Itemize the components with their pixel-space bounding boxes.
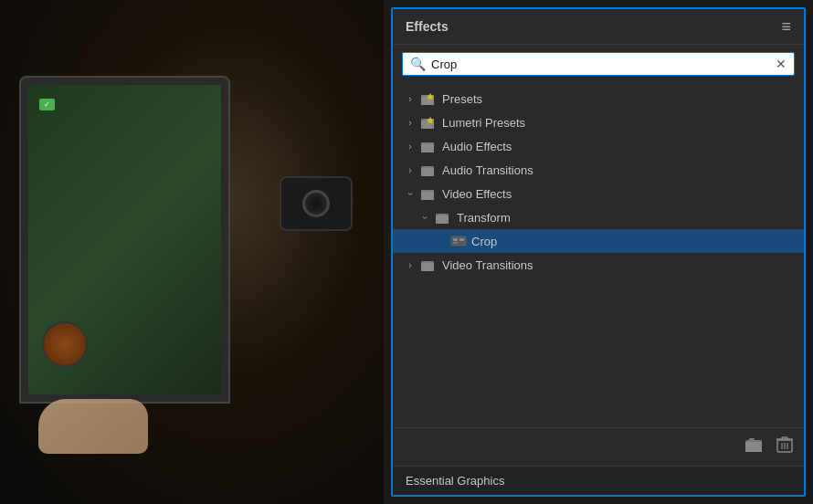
svg-rect-7 xyxy=(421,144,434,152)
folder-icon xyxy=(435,210,453,225)
star-folder-icon xyxy=(420,91,438,106)
tree-item-video-transitions[interactable]: › Video Transitions xyxy=(393,253,804,277)
video-preview-panel: ✓ xyxy=(0,0,384,504)
svg-rect-22 xyxy=(749,438,755,441)
tree-item-audio-transitions[interactable]: › Audio Transitions xyxy=(393,158,804,182)
search-box: 🔍 ✕ xyxy=(402,52,795,76)
panel-title: Effects xyxy=(406,19,449,34)
transform-label: Transform xyxy=(457,211,511,225)
video-effects-label: Video Effects xyxy=(442,187,512,201)
folder-icon xyxy=(420,186,438,201)
svg-rect-15 xyxy=(453,238,458,241)
effects-tree: › Presets › Lumetri Presets xyxy=(393,83,804,427)
folder-icon xyxy=(420,139,438,153)
lumetri-presets-label: Lumetri Presets xyxy=(442,116,525,130)
bottom-bar-label: Essential Graphics xyxy=(393,466,804,495)
chevron-icon: › xyxy=(404,260,417,270)
tree-item-audio-effects[interactable]: › Audio Effects xyxy=(393,134,804,158)
effects-panel: Effects ≡ 🔍 ✕ › Presets › xyxy=(391,7,806,497)
chevron-down-icon: › xyxy=(406,187,416,200)
camera-prop xyxy=(280,176,353,231)
tree-item-crop[interactable]: › Crop xyxy=(393,229,804,253)
tree-item-transform[interactable]: › Transform xyxy=(393,205,804,229)
effect-icon xyxy=(449,234,468,248)
hand-prop xyxy=(38,399,148,454)
chevron-icon: › xyxy=(404,118,417,128)
chevron-icon: › xyxy=(404,142,417,152)
search-icon: 🔍 xyxy=(410,57,426,71)
tree-item-lumetri-presets[interactable]: › Lumetri Presets xyxy=(393,110,804,134)
panel-header: Effects ≡ xyxy=(393,9,804,45)
search-container: 🔍 ✕ xyxy=(393,45,804,83)
video-transitions-label: Video Transitions xyxy=(442,258,533,272)
svg-rect-9 xyxy=(421,168,434,176)
panel-menu-icon[interactable]: ≡ xyxy=(781,18,791,35)
audio-effects-label: Audio Effects xyxy=(442,140,512,153)
svg-rect-16 xyxy=(459,238,464,241)
audio-transitions-label: Audio Transitions xyxy=(442,163,533,177)
star-folder-icon xyxy=(420,115,438,130)
svg-rect-19 xyxy=(421,263,434,271)
chevron-icon: › xyxy=(404,165,417,175)
clear-icon[interactable]: ✕ xyxy=(776,57,787,71)
presets-label: Presets xyxy=(442,92,482,106)
panel-footer xyxy=(393,427,804,466)
svg-rect-17 xyxy=(453,242,458,244)
laptop-prop: ✓ xyxy=(19,76,230,404)
tree-item-presets[interactable]: › Presets xyxy=(393,87,804,110)
new-folder-button[interactable] xyxy=(744,435,767,459)
folder-icon xyxy=(420,163,438,177)
svg-rect-14 xyxy=(451,236,466,246)
chevron-down-icon: › xyxy=(420,211,430,224)
food-item xyxy=(42,321,88,367)
delete-button[interactable] xyxy=(775,434,795,460)
badge: ✓ xyxy=(39,99,55,110)
folder-icon xyxy=(420,257,438,272)
svg-rect-11 xyxy=(421,192,434,200)
svg-rect-21 xyxy=(745,442,762,452)
tree-item-video-effects[interactable]: › Video Effects xyxy=(393,182,804,205)
chevron-icon: › xyxy=(404,94,417,104)
search-input[interactable] xyxy=(431,58,770,71)
svg-rect-13 xyxy=(436,215,449,224)
crop-label: Crop xyxy=(471,235,497,248)
